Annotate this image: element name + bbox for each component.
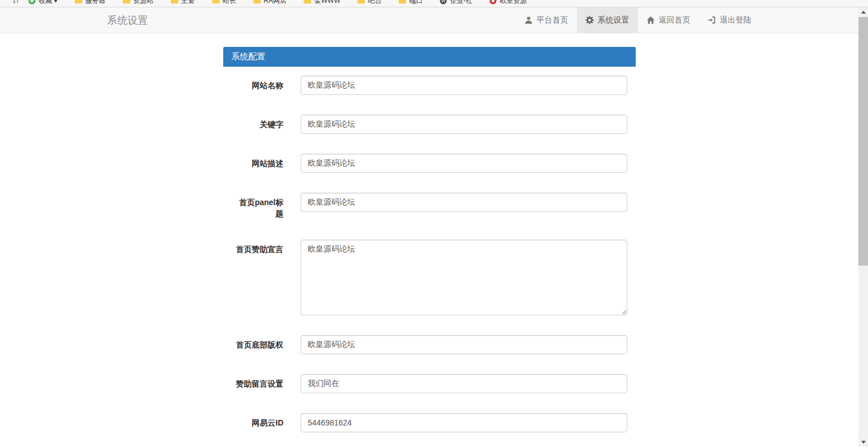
folder-icon (171, 0, 179, 4)
field-label: 首页底部版权 (232, 335, 301, 354)
folder-icon (398, 0, 406, 4)
red-site-icon (489, 0, 497, 5)
bookmark-item[interactable]: W企业-社 (440, 0, 472, 6)
nav-item-返回首页[interactable]: 返回首页 (638, 7, 699, 33)
system-config-panel: 系统配置 网站名称 关键字 网站描述 首页panel标题 首页赞助宣言 首页底部… (223, 47, 636, 441)
nav-item-label: 平台首页 (537, 15, 568, 25)
triangle-down-icon (861, 441, 866, 444)
keywords-input[interactable] (301, 115, 627, 134)
bookmark-label: 主要 (181, 0, 195, 6)
field-label: 网易云ID (232, 413, 301, 432)
keywords-control (301, 115, 627, 134)
bookmark-label: 资源站 (133, 0, 154, 6)
form-row-home-panel-title: 首页panel标题 (232, 193, 627, 220)
field-label: 赞助留言设置 (232, 374, 301, 393)
folder-icon (253, 0, 261, 4)
field-label: 首页赞助宣言 (232, 240, 301, 315)
nav-item-平台首页[interactable]: 平台首页 (516, 7, 577, 33)
bookmark-item[interactable]: 金WWW (303, 0, 340, 6)
form-row-home-footer-copyright: 首页底部版权 (232, 335, 627, 354)
nav-item-退出登陆[interactable]: 退出登陆 (699, 7, 760, 33)
netease-cloud-id-input[interactable] (301, 413, 627, 432)
triangle-up-icon (861, 11, 866, 14)
navbar-menu: 平台首页系统设置返回首页退出登陆 (516, 7, 760, 33)
home-sponsor-declaration-control (301, 240, 627, 315)
bookmark-label: 欧皇资源 (500, 0, 527, 6)
logout-icon (708, 16, 716, 24)
bookmark-label: RA网店 (264, 0, 287, 6)
form-row-netease-cloud-id: 网易云ID (232, 413, 627, 432)
bookmark-item[interactable]: 欧皇资源 (489, 0, 527, 6)
page-title: 系统设置 (99, 7, 157, 33)
form-row-site-description: 网站描述 (232, 154, 627, 173)
gear-icon (585, 16, 594, 24)
field-label: 关键字 (232, 115, 301, 134)
main-content: 系统配置 网站名称 关键字 网站描述 首页panel标题 首页赞助宣言 首页底部… (0, 33, 858, 447)
browser-scrollbar[interactable] (858, 7, 868, 447)
form-row-site-name: 网站名称 (232, 76, 627, 95)
home-panel-title-input[interactable] (301, 193, 627, 212)
scrollbar-thumb[interactable] (858, 17, 868, 266)
form-row-keywords: 关键字 (232, 115, 627, 134)
browser-bookmarks-bar: 17 收藏 ▾服务器资源站主要站长RA网店金WWW吧台端口W企业-社欧皇资源 (0, 0, 868, 7)
navbar-container: 系统设置 平台首页系统设置返回首页退出登陆 (99, 7, 760, 33)
bookmark-label: 企业-社 (450, 0, 472, 6)
bookmarks-strip: 17 收藏 ▾服务器资源站主要站长RA网店金WWW吧台端口W企业-社欧皇资源 (0, 0, 868, 7)
bookmark-item[interactable]: 资源站 (123, 0, 154, 6)
site-name-input[interactable] (301, 76, 627, 95)
bookmark-item[interactable]: 站长 (212, 0, 236, 6)
folder-icon (123, 0, 131, 4)
bookmark-item[interactable]: 吧台 (357, 0, 381, 6)
home-panel-title-control (301, 193, 627, 220)
add-bookmark-icon (28, 0, 36, 5)
folder-icon (212, 0, 220, 4)
field-label: 网站描述 (232, 154, 301, 173)
bookmark-item[interactable]: 主要 (171, 0, 195, 6)
bookmark-item[interactable]: 端口 (398, 0, 423, 6)
home-icon (646, 16, 655, 24)
netease-cloud-id-control (301, 413, 627, 432)
home-sponsor-declaration-input[interactable] (301, 240, 627, 315)
svg-text:W: W (441, 0, 446, 3)
folder-icon (357, 0, 365, 4)
bookmark-item[interactable]: RA网店 (253, 0, 287, 6)
sponsor-message-control (301, 374, 627, 393)
bookmark-label: 站长 (223, 0, 236, 6)
scrollbar-up-arrow[interactable] (858, 7, 868, 17)
nav-item-label: 系统设置 (598, 15, 630, 25)
nav-item-label: 返回首页 (659, 15, 691, 25)
site-name-control (301, 76, 627, 95)
bookmark-label: 吧台 (368, 0, 381, 6)
top-navbar: 系统设置 平台首页系统设置返回首页退出登陆 (0, 7, 858, 33)
nav-item-label: 退出登陆 (720, 15, 752, 25)
site-description-input[interactable] (301, 154, 627, 173)
bookmark-item[interactable]: 服务器 (75, 0, 106, 6)
home-footer-copyright-control (301, 335, 627, 354)
wordpress-icon: W (440, 0, 447, 5)
nav-item-系统设置[interactable]: 系统设置 (577, 7, 638, 33)
bookmark-label: 收藏 ▾ (38, 0, 57, 6)
site-description-control (301, 154, 627, 173)
folder-icon (75, 0, 83, 4)
bookmark-label: 端口 (409, 0, 423, 6)
folder-icon (303, 0, 311, 4)
bookmark-item[interactable]: 收藏 ▾ (28, 0, 57, 6)
user-icon (524, 16, 533, 24)
config-form: 网站名称 关键字 网站描述 首页panel标题 首页赞助宣言 首页底部版权 赞助… (223, 67, 636, 441)
home-footer-copyright-input[interactable] (301, 335, 627, 354)
form-row-home-sponsor-declaration: 首页赞助宣言 (232, 240, 627, 315)
field-label: 网站名称 (232, 76, 301, 95)
form-row-sponsor-message: 赞助留言设置 (232, 374, 627, 393)
field-label: 首页panel标题 (232, 193, 301, 220)
bookmark-label: 服务器 (85, 0, 106, 6)
bookmarks-overflow-fragment: 17 (12, 0, 19, 4)
bookmark-label: 金WWW (314, 0, 340, 6)
sponsor-message-input[interactable] (301, 374, 627, 393)
scrollbar-down-arrow[interactable] (858, 437, 868, 447)
panel-title: 系统配置 (223, 47, 636, 67)
